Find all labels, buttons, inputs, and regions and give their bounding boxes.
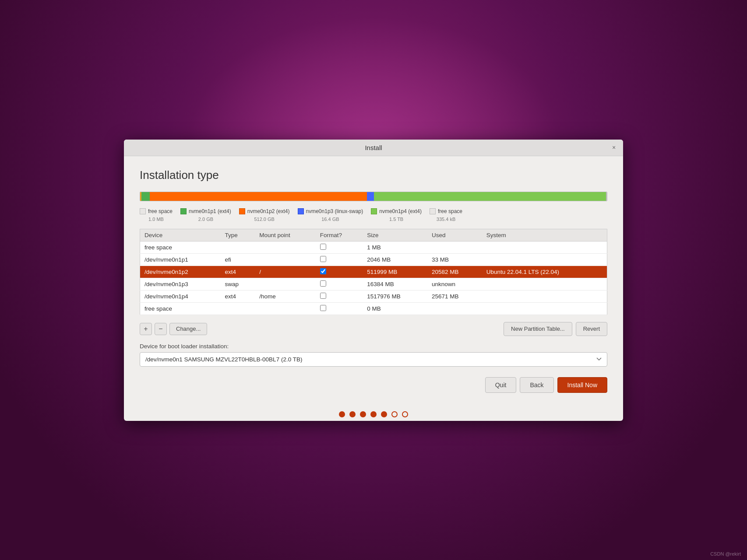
partition-legend: free space1.0 MBnvme0n1p1 (ext4)2.0 GBnv…	[140, 208, 607, 222]
legend-color-free1	[140, 208, 146, 214]
boot-section: Device for boot loader installation: /de…	[140, 343, 607, 367]
table-row[interactable]: /dev/nvme0n1p3swap16384 MBunknown	[140, 278, 607, 290]
window-title: Install	[365, 144, 382, 151]
partition-bar	[140, 192, 607, 201]
page-dot-6[interactable]	[402, 411, 408, 417]
revert-button[interactable]: Revert	[576, 322, 607, 336]
legend-item-free1: free space1.0 MB	[140, 208, 173, 222]
table-row[interactable]: free space0 MB	[140, 302, 607, 315]
page-dot-4[interactable]	[381, 411, 387, 417]
legend-item-p2: nvme0n1p2 (ext4)512.0 GB	[239, 208, 290, 222]
format-checkbox[interactable]	[320, 305, 326, 311]
legend-item-p4: nvme0n1p4 (ext4)1.5 TB	[371, 208, 422, 222]
page-dot-3[interactable]	[370, 411, 377, 417]
legend-color-p1	[180, 208, 187, 214]
add-partition-button[interactable]: +	[140, 323, 152, 335]
page-dot-2[interactable]	[360, 411, 366, 417]
page-dots	[124, 403, 623, 421]
install-window: Install × Installation type free space1.…	[124, 140, 623, 421]
format-checkbox[interactable]	[320, 280, 326, 287]
boot-label: Device for boot loader installation:	[140, 343, 607, 350]
legend-color-p3	[298, 208, 304, 214]
install-now-button[interactable]: Install Now	[557, 377, 607, 393]
table-row[interactable]: /dev/nvme0n1p2ext4/511999 MB20582 MBUbun…	[140, 266, 607, 278]
table-body: free space1 MB/dev/nvme0n1p1efi2046 MB33…	[140, 241, 607, 315]
legend-color-p2	[239, 208, 245, 214]
table-row[interactable]: /dev/nvme0n1p1efi2046 MB33 MB	[140, 253, 607, 266]
partition-table: DeviceTypeMount pointFormat?SizeUsedSyst…	[140, 229, 607, 315]
table-row[interactable]: /dev/nvme0n1p4ext4/home1517976 MB25671 M…	[140, 290, 607, 302]
legend-color-free2	[430, 208, 436, 214]
new-partition-table-button[interactable]: New Partition Table...	[504, 322, 572, 336]
format-checkbox[interactable]	[320, 268, 326, 274]
legend-item-p3: nvme0n1p3 (linux-swap)16.4 GB	[298, 208, 363, 222]
table-row[interactable]: free space1 MB	[140, 241, 607, 253]
page-dot-0[interactable]	[339, 411, 345, 417]
legend-color-p4	[371, 208, 377, 214]
legend-item-free2: free space335.4 kB	[430, 208, 462, 222]
titlebar: Install ×	[124, 140, 623, 156]
toolbar-right: New Partition Table... Revert	[504, 322, 607, 336]
back-button[interactable]: Back	[520, 377, 553, 393]
bottom-buttons: Quit Back Install Now	[140, 377, 607, 393]
quit-button[interactable]: Quit	[485, 377, 517, 393]
toolbar: + − Change... New Partition Table... Rev…	[140, 322, 607, 336]
format-checkbox[interactable]	[320, 293, 326, 299]
boot-device-select[interactable]: /dev/nvme0n1 SAMSUNG MZVL22T0HBLB-00BL7 …	[140, 352, 607, 367]
page-dot-1[interactable]	[349, 411, 356, 417]
page-title: Installation type	[140, 168, 607, 182]
format-checkbox[interactable]	[320, 244, 326, 250]
remove-partition-button[interactable]: −	[155, 323, 167, 335]
format-checkbox[interactable]	[320, 256, 326, 262]
content-area: Installation type free space1.0 MBnvme0n…	[124, 156, 623, 403]
page-dot-5[interactable]	[391, 411, 398, 417]
legend-item-p1: nvme0n1p1 (ext4)2.0 GB	[180, 208, 231, 222]
watermark: CSDN @rekirt	[710, 551, 741, 556]
close-button[interactable]: ×	[610, 144, 618, 151]
table-header-row: DeviceTypeMount pointFormat?SizeUsedSyst…	[140, 229, 607, 241]
change-partition-button[interactable]: Change...	[169, 323, 207, 335]
